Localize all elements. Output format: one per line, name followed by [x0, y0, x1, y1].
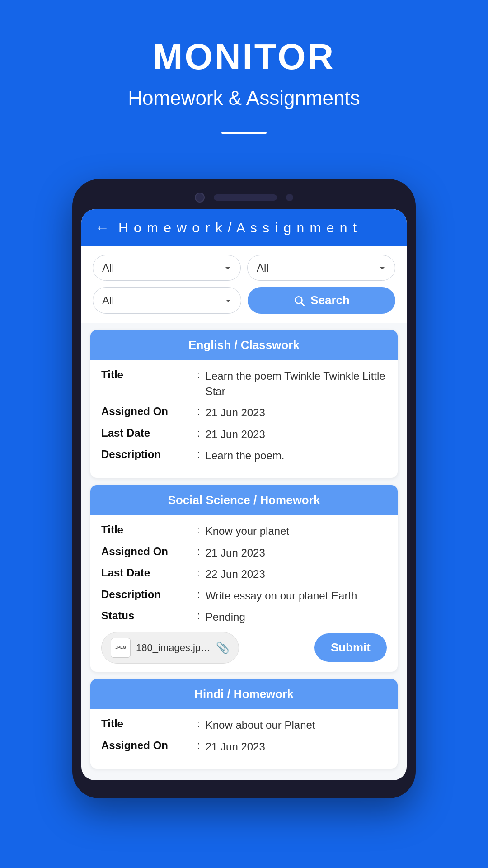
phone-camera: [195, 193, 205, 203]
value-assigned-2: 21 Jun 2023: [206, 545, 387, 561]
label-assigned-2: Assigned On: [101, 545, 192, 558]
search-icon: [293, 295, 305, 307]
phone-screen: ← H o m e w o r k / A s s i g n m e n t …: [81, 209, 407, 780]
value-description-1: Learn the poem.: [206, 448, 387, 463]
search-button[interactable]: Search: [248, 287, 395, 314]
filters-section: All All All Search: [81, 246, 407, 323]
assignment-card-3: Hindi / Homework Title : Know about our …: [90, 679, 398, 769]
search-label: Search: [310, 293, 350, 307]
table-row: Description : Learn the poem.: [101, 448, 387, 463]
label-status-2: Status: [101, 609, 192, 622]
value-description-2: Write essay on our planet Earth: [206, 588, 387, 604]
card-subject-3: Hindi / Homework: [194, 687, 294, 701]
value-title-3: Know about our Planet: [206, 717, 387, 733]
filters-row-1: All All: [93, 255, 395, 281]
label-assigned-3: Assigned On: [101, 739, 192, 752]
table-row: Assigned On : 21 Jun 2023: [101, 405, 387, 420]
filter-dropdown-1[interactable]: All: [93, 255, 241, 281]
filters-row-2: All Search: [93, 287, 395, 314]
value-assigned-3: 21 Jun 2023: [206, 739, 387, 755]
value-status-2: Pending: [206, 609, 387, 625]
back-button[interactable]: ←: [95, 219, 109, 236]
value-lastdate-2: 22 Jun 2023: [206, 566, 387, 582]
phone-speaker: [214, 194, 277, 201]
header-section: MONITOR Homework & Assignments: [0, 0, 488, 179]
filter-dropdown-2[interactable]: All: [247, 255, 395, 281]
filter-dropdown-3[interactable]: All: [93, 287, 241, 314]
svg-line-1: [301, 302, 304, 305]
attachment-row: JPEG 180_images.jp… 📎 Submit: [101, 632, 387, 664]
label-description-2: Description: [101, 588, 192, 601]
phone-dot: [286, 194, 293, 201]
card-header-3: Hindi / Homework: [90, 679, 398, 709]
attachment-name: 180_images.jp…: [136, 642, 211, 654]
submit-button[interactable]: Submit: [314, 633, 387, 662]
card-subject-1: English / Classwork: [188, 338, 300, 352]
table-row: Title : Know your planet: [101, 524, 387, 539]
attachment-box: JPEG 180_images.jp… 📎: [101, 632, 239, 664]
screen-title: H o m e w o r k / A s s i g n m e n t: [118, 220, 357, 236]
label-title-2: Title: [101, 524, 192, 536]
label-assigned-1: Assigned On: [101, 405, 192, 418]
table-row: Assigned On : 21 Jun 2023: [101, 545, 387, 561]
app-header: ← H o m e w o r k / A s s i g n m e n t: [81, 209, 407, 246]
table-row: Status : Pending: [101, 609, 387, 625]
table-row: Assigned On : 21 Jun 2023: [101, 739, 387, 755]
value-title-2: Know your planet: [206, 524, 387, 539]
content-area: English / Classwork Title : Learn the po…: [81, 330, 407, 780]
sub-title: Homework & Assignments: [128, 87, 360, 109]
table-row: Title : Know about our Planet: [101, 717, 387, 733]
phone-frame: ← H o m e w o r k / A s s i g n m e n t …: [72, 179, 416, 798]
value-assigned-1: 21 Jun 2023: [206, 405, 387, 420]
card-header-2: Social Science / Homework: [90, 485, 398, 515]
attachment-type-icon: JPEG: [111, 638, 131, 658]
table-row: Title : Learn the poem Twinkle Twinkle L…: [101, 368, 387, 399]
assignment-card-2: Social Science / Homework Title : Know y…: [90, 485, 398, 672]
phone-top-bar: [81, 193, 407, 203]
label-description-1: Description: [101, 448, 192, 461]
label-title-3: Title: [101, 717, 192, 730]
card-header-1: English / Classwork: [90, 330, 398, 360]
value-title-1: Learn the poem Twinkle Twinkle Little St…: [206, 368, 387, 399]
attachment-clip-icon: 📎: [216, 642, 230, 654]
card-body-2: Title : Know your planet Assigned On : 2…: [90, 515, 398, 672]
label-title-1: Title: [101, 368, 192, 381]
card-body-1: Title : Learn the poem Twinkle Twinkle L…: [90, 360, 398, 478]
table-row: Last Date : 22 Jun 2023: [101, 566, 387, 582]
table-row: Description : Write essay on our planet …: [101, 588, 387, 604]
table-row: Last Date : 21 Jun 2023: [101, 427, 387, 442]
label-lastdate-2: Last Date: [101, 566, 192, 579]
main-title: MONITOR: [153, 36, 335, 78]
divider: [221, 132, 267, 134]
assignment-card-1: English / Classwork Title : Learn the po…: [90, 330, 398, 478]
card-subject-2: Social Science / Homework: [168, 493, 320, 507]
card-body-3: Title : Know about our Planet Assigned O…: [90, 709, 398, 769]
label-lastdate-1: Last Date: [101, 427, 192, 439]
value-lastdate-1: 21 Jun 2023: [206, 427, 387, 442]
